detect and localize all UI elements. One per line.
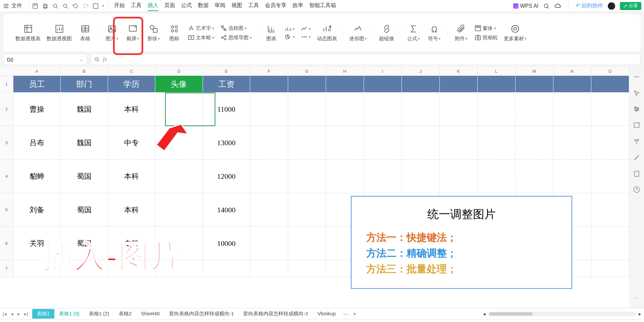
cell[interactable]: 貂蝉	[13, 160, 61, 193]
cell[interactable]	[326, 126, 364, 159]
tab-效率[interactable]: 效率	[292, 1, 303, 11]
icon-button[interactable]: 图标	[167, 24, 182, 42]
formula-bar[interactable]: fx	[91, 54, 641, 65]
column-header[interactable]: J	[402, 67, 440, 75]
cell[interactable]	[402, 126, 440, 159]
row-header[interactable]: 5	[0, 193, 13, 226]
chart-bar-icon[interactable]: ▾	[285, 26, 295, 32]
cell[interactable]	[364, 160, 402, 193]
pivot-chart-button[interactable]: 数据透视图	[47, 24, 72, 42]
cell[interactable]	[288, 76, 326, 92]
cell[interactable]	[364, 76, 402, 92]
attachment-button[interactable]: 附件▾	[454, 24, 469, 42]
cell[interactable]	[516, 126, 553, 159]
fx-icon[interactable]: fx	[103, 56, 107, 62]
chart-more-icon[interactable]: ▾	[301, 34, 311, 40]
screenshot-panel-icon[interactable]	[633, 121, 640, 129]
cell[interactable]: 刘备	[13, 193, 61, 226]
tab-会员专享[interactable]: 会员专享	[265, 1, 286, 11]
column-header[interactable]: K	[440, 67, 478, 75]
name-box[interactable]: D2 ⌄	[3, 54, 87, 65]
qat-dropdown-icon[interactable]: ▾	[102, 4, 104, 8]
border-icon[interactable]	[92, 3, 99, 9]
chart-button[interactable]: 图表	[264, 24, 279, 42]
cell[interactable]	[516, 93, 553, 126]
cell[interactable]	[250, 227, 288, 260]
sheet-tab[interactable]: Sheet40	[136, 309, 164, 319]
more-material-button[interactable]: 更多素材▾	[504, 24, 527, 42]
cell[interactable]	[553, 160, 591, 193]
spreadsheet-grid[interactable]: ABCDEFGHIJKLMNO 1员工部门学历头像工资2曹操魏国本科110003…	[0, 67, 629, 308]
shape-button[interactable]: 形状▾	[146, 24, 161, 42]
cell[interactable]: 员工	[13, 76, 61, 92]
collapse-icon[interactable]	[633, 73, 640, 80]
symbol-button[interactable]: 符号▾	[427, 24, 442, 42]
cell[interactable]	[203, 260, 250, 277]
cell[interactable]	[288, 160, 326, 193]
cell[interactable]: 学历	[108, 76, 155, 92]
cell[interactable]	[553, 76, 591, 92]
save-icon[interactable]	[32, 3, 39, 9]
sheet-tab[interactable]: 表格2	[114, 309, 136, 319]
textbox-button[interactable]: 文本框▾	[188, 34, 214, 41]
column-header[interactable]: A	[13, 67, 61, 75]
scroll-left-icon[interactable]: ◂	[483, 311, 486, 317]
cell[interactable]	[250, 160, 288, 193]
undo-icon[interactable]	[72, 3, 79, 9]
cell[interactable]	[478, 126, 516, 159]
screenshot-button[interactable]: 截屏▾	[125, 24, 140, 42]
cell[interactable]: 14000	[203, 193, 250, 226]
chart-line-icon[interactable]: ▾	[301, 26, 311, 32]
scroll-right-icon[interactable]: ▸	[639, 311, 641, 317]
camera-button[interactable]: 照相机	[475, 34, 498, 41]
mindmap-button[interactable]: 思维导图▾	[220, 34, 252, 41]
cell[interactable]	[553, 126, 591, 159]
cell[interactable]	[326, 76, 364, 92]
print-icon[interactable]	[42, 3, 49, 9]
sheet-tab[interactable]: 表格1 (2)	[84, 309, 114, 319]
row-header[interactable]: 3	[0, 126, 13, 159]
cell[interactable]: 11000	[203, 93, 250, 126]
cell[interactable]	[326, 160, 364, 193]
column-header[interactable]: M	[516, 67, 553, 75]
select-icon[interactable]	[633, 89, 640, 97]
row-header[interactable]: 1	[0, 76, 13, 92]
sheet-tab[interactable]: Vlookup	[313, 309, 340, 319]
cell[interactable]	[364, 126, 402, 159]
cell[interactable]: 头像	[155, 76, 203, 92]
sheet-tab[interactable]: 表格1 (3)	[54, 309, 84, 319]
dynamic-chart-button[interactable]: 动态图表	[317, 24, 337, 42]
cell[interactable]	[516, 160, 553, 193]
formula-button[interactable]: 公式▾	[406, 24, 421, 42]
cell[interactable]	[250, 93, 288, 126]
tab-插入[interactable]: 插入	[148, 1, 158, 11]
cell[interactable]	[364, 93, 402, 126]
ruler-icon[interactable]	[633, 154, 640, 161]
cell[interactable]	[440, 93, 478, 126]
chart-pie-icon[interactable]: ▾	[285, 34, 295, 40]
picture-button[interactable]: 图片▾	[105, 24, 119, 42]
flowchart-button[interactable]: 流程图▾	[220, 25, 252, 32]
sheet-list-icon[interactable]: ⋯	[343, 311, 348, 317]
row-header[interactable]: 2	[0, 93, 13, 126]
sheet-tab[interactable]: 竖向表格内容怎样转成横向-2	[238, 309, 313, 319]
plant-icon[interactable]	[633, 138, 640, 145]
prev-sheet-icon[interactable]: ◂	[11, 311, 13, 317]
cell[interactable]	[250, 76, 288, 92]
cell[interactable]: 吕布	[13, 126, 61, 159]
cell[interactable]: 魏国	[61, 126, 108, 159]
column-header[interactable]: F	[250, 67, 288, 75]
cell[interactable]	[440, 160, 478, 193]
sparkline-button[interactable]: 迷你图▾	[349, 24, 367, 42]
cell[interactable]	[516, 76, 553, 92]
cell[interactable]	[478, 76, 516, 92]
wps-ai-button[interactable]: WPS AI	[513, 3, 538, 9]
tab-数据[interactable]: 数据	[198, 1, 209, 11]
cell[interactable]	[250, 193, 288, 226]
cell[interactable]	[288, 93, 326, 126]
tab-智能工具箱[interactable]: 智能工具箱	[309, 1, 336, 11]
cell[interactable]: 曹操	[13, 93, 61, 126]
next-sheet-icon[interactable]: ▸	[17, 311, 20, 317]
cell[interactable]: 魏国	[61, 93, 108, 126]
cell[interactable]: 12000	[203, 160, 250, 193]
